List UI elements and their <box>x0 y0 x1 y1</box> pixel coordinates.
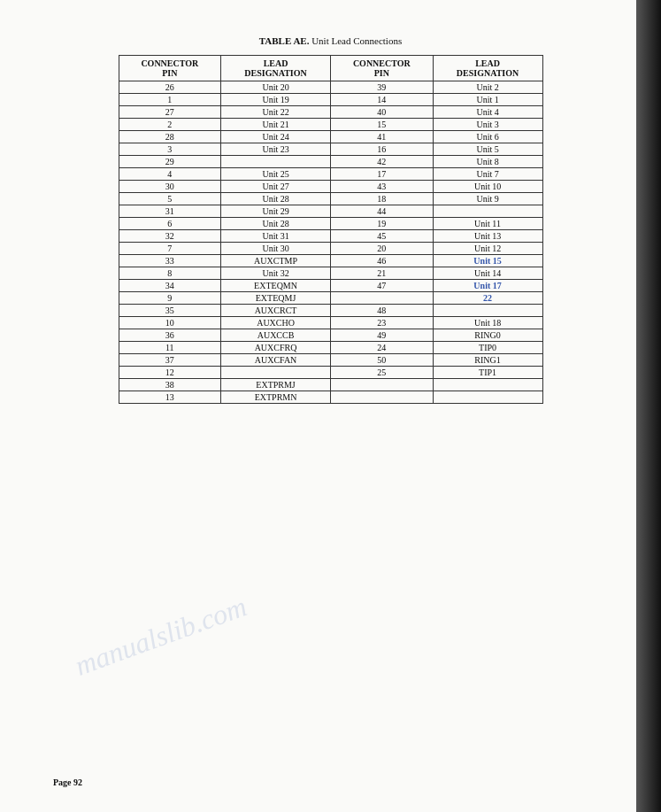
table-cell: 36 <box>119 329 221 342</box>
watermark: manualslib.com <box>71 590 251 682</box>
table-cell: Unit 10 <box>433 181 542 193</box>
table-cell: 31 <box>119 205 221 218</box>
table-cell: 23 <box>330 317 433 329</box>
table-cell: EXTPRMJ <box>221 379 331 391</box>
table-cell: 19 <box>330 218 433 230</box>
table-cell: Unit 8 <box>433 156 542 168</box>
table-cell: 12 <box>119 367 221 379</box>
table-cell: 43 <box>330 181 433 193</box>
table-row: 1225TIP1 <box>119 367 542 379</box>
table-cell: RING0 <box>433 329 542 342</box>
table-cell: 1 <box>119 94 221 106</box>
table-cell: TIP0 <box>433 342 542 354</box>
table-cell: 14 <box>330 94 433 106</box>
table-row: 32Unit 3145Unit 13 <box>119 230 542 243</box>
table-cell: Unit 24 <box>221 131 331 143</box>
table-cell: Unit 21 <box>221 119 331 131</box>
table-cell: 24 <box>330 342 433 354</box>
table-cell <box>221 156 331 168</box>
table-cell: 3 <box>119 143 221 156</box>
table-cell: Unit 11 <box>433 218 542 230</box>
table-row: 6Unit 2819Unit 11 <box>119 218 542 230</box>
table-cell: 45 <box>330 230 433 243</box>
table-cell: Unit 1 <box>433 94 542 106</box>
table-row: 2Unit 2115Unit 3 <box>119 119 542 131</box>
table-row: 1Unit 1914Unit 1 <box>119 94 542 106</box>
table-row: 26Unit 2039Unit 2 <box>119 81 542 94</box>
table-cell: Unit 13 <box>433 230 542 243</box>
table-cell: 37 <box>119 354 221 367</box>
table-cell: AUXCTMP <box>221 255 331 267</box>
table-cell: EXTPRMN <box>221 391 331 404</box>
table-row: 10AUXCHO23Unit 18 <box>119 317 542 329</box>
table-cell: AUXCHO <box>221 317 331 329</box>
table-cell: 15 <box>330 119 433 131</box>
table-cell: Unit 23 <box>221 143 331 156</box>
table-cell: 41 <box>330 131 433 143</box>
table-cell: 42 <box>330 156 433 168</box>
table-cell <box>330 379 433 391</box>
table-cell: 7 <box>119 243 221 255</box>
table-cell: Unit 20 <box>221 81 331 94</box>
table-cell: 50 <box>330 354 433 367</box>
table-cell: 5 <box>119 193 221 205</box>
table-row: 33AUXCTMP46Unit 15 <box>119 255 542 267</box>
table-cell <box>433 379 542 391</box>
table-cell: 39 <box>330 81 433 94</box>
table-cell: 6 <box>119 218 221 230</box>
table-cell: Unit 31 <box>221 230 331 243</box>
table-cell <box>433 391 542 404</box>
table-cell: Unit 28 <box>221 218 331 230</box>
table-row: 13EXTPRMN <box>119 391 542 404</box>
table-cell: 9 <box>119 292 221 305</box>
table-cell: EXTEQMN <box>221 280 331 292</box>
table-cell: Unit 29 <box>221 205 331 218</box>
table-cell: 16 <box>330 143 433 156</box>
table-cell: 47 <box>330 280 433 292</box>
table-row: 9EXTEQMJ22 <box>119 292 542 305</box>
table-cell: AUXCFAN <box>221 354 331 367</box>
page-number: Page 92 <box>53 777 82 787</box>
table-cell: Unit 25 <box>221 168 331 181</box>
table-cell: 44 <box>330 205 433 218</box>
table-cell: Unit 30 <box>221 243 331 255</box>
table-cell: 21 <box>330 267 433 280</box>
table-row: 27Unit 2240Unit 4 <box>119 106 542 119</box>
table-cell: Unit 18 <box>433 317 542 329</box>
table-header-row: CONNECTORPIN LEADDESIGNATION CONNECTORPI… <box>119 56 542 81</box>
table-cell: RING1 <box>433 354 542 367</box>
table-row: 5Unit 2818Unit 9 <box>119 193 542 205</box>
table-cell: TIP1 <box>433 367 542 379</box>
table-cell: 30 <box>119 181 221 193</box>
table-cell: 2 <box>119 119 221 131</box>
table-cell: 10 <box>119 317 221 329</box>
table-row: 31Unit 2944 <box>119 205 542 218</box>
table-cell: Unit 2 <box>433 81 542 94</box>
table-cell <box>330 292 433 305</box>
table-cell <box>330 391 433 404</box>
table-cell: 11 <box>119 342 221 354</box>
col-header-lead-designation-2: LEADDESIGNATION <box>433 56 542 81</box>
table-cell: 13 <box>119 391 221 404</box>
table-cell: 35 <box>119 305 221 317</box>
table-cell: 26 <box>119 81 221 94</box>
table-cell: Unit 9 <box>433 193 542 205</box>
table-cell: Unit 7 <box>433 168 542 181</box>
table-cell: 27 <box>119 106 221 119</box>
table-cell: Unit 27 <box>221 181 331 193</box>
table-cell: Unit 32 <box>221 267 331 280</box>
table-cell: 38 <box>119 379 221 391</box>
table-row: 11AUXCFRQ24TIP0 <box>119 342 542 354</box>
table-cell: 17 <box>330 168 433 181</box>
table-row: 7Unit 3020Unit 12 <box>119 243 542 255</box>
table-row: 30Unit 2743Unit 10 <box>119 181 542 193</box>
table-row: 8Unit 3221Unit 14 <box>119 267 542 280</box>
table-cell: 32 <box>119 230 221 243</box>
table-cell: 33 <box>119 255 221 267</box>
table-cell: 20 <box>330 243 433 255</box>
table-cell: 8 <box>119 267 221 280</box>
table-cell: Unit 19 <box>221 94 331 106</box>
col-header-lead-designation-1: LEADDESIGNATION <box>221 56 331 81</box>
table-cell: 48 <box>330 305 433 317</box>
table-row: 38EXTPRMJ <box>119 379 542 391</box>
